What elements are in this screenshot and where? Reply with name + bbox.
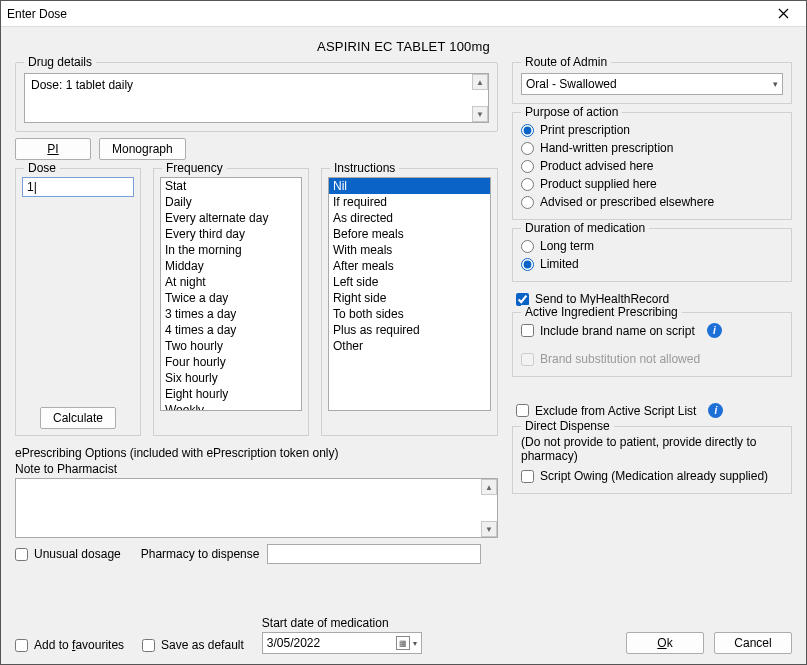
list-item[interactable]: Every alternate day (161, 210, 301, 226)
save-default-checkbox[interactable]: Save as default (142, 636, 244, 654)
purpose-group: Purpose of action Print prescription Han… (512, 112, 792, 220)
list-item[interactable]: As directed (329, 210, 490, 226)
direct-dispense-group: Direct Dispense (Do not provide to patie… (512, 426, 792, 494)
note-textarea[interactable]: ▲ ▼ (15, 478, 498, 538)
list-item[interactable]: At night (161, 274, 301, 290)
close-button[interactable] (766, 1, 800, 27)
list-item[interactable]: In the morning (161, 242, 301, 258)
start-date-picker[interactable]: 3/05/2022 ▦ ▾ (262, 632, 422, 654)
scroll-down-icon[interactable]: ▼ (472, 106, 488, 122)
list-item[interactable]: Left side (329, 274, 490, 290)
calendar-icon: ▦ (396, 636, 410, 650)
script-owing-checkbox[interactable]: Script Owing (Medication already supplie… (521, 467, 783, 485)
dose-group: Dose Calculate (15, 168, 141, 436)
cancel-button[interactable]: Cancel (714, 632, 792, 654)
list-item[interactable]: Weekly (161, 402, 301, 411)
list-item[interactable]: Nil (329, 178, 490, 194)
titlebar: Enter Dose (1, 1, 806, 27)
scroll-down-icon[interactable]: ▼ (481, 521, 497, 537)
list-item[interactable]: Right side (329, 290, 490, 306)
list-item[interactable]: Before meals (329, 226, 490, 242)
list-item[interactable]: Plus as required (329, 322, 490, 338)
instructions-listbox[interactable]: NilIf requiredAs directedBefore mealsWit… (328, 177, 491, 411)
list-item[interactable]: Midday (161, 258, 301, 274)
list-item[interactable]: 3 times a day (161, 306, 301, 322)
exclude-asl-checkbox[interactable]: Exclude from Active Script List i (516, 401, 792, 420)
start-date-label: Start date of medication (262, 616, 422, 630)
eprescribing-heading: ePrescribing Options (included with ePre… (15, 446, 498, 460)
instructions-group: Instructions NilIf requiredAs directedBe… (321, 168, 498, 436)
chevron-down-icon: ▾ (413, 639, 417, 648)
list-item[interactable]: With meals (329, 242, 490, 258)
chevron-down-icon: ▾ (773, 79, 778, 89)
pharmacy-label: Pharmacy to dispense (141, 547, 260, 561)
list-item[interactable]: Twice a day (161, 290, 301, 306)
list-item[interactable]: Daily (161, 194, 301, 210)
purpose-print-radio[interactable]: Print prescription (521, 121, 783, 139)
calculate-button[interactable]: Calculate (40, 407, 116, 429)
monograph-button[interactable]: Monograph (99, 138, 186, 160)
list-item[interactable]: Four hourly (161, 354, 301, 370)
brand-sub-checkbox: Brand substitution not allowed (521, 350, 783, 368)
list-item[interactable]: Two hourly (161, 338, 301, 354)
purpose-advised-radio[interactable]: Product advised here (521, 157, 783, 175)
list-item[interactable]: Other (329, 338, 490, 354)
unusual-dosage-checkbox[interactable]: Unusual dosage (15, 545, 121, 563)
route-group: Route of Admin Oral - Swallowed ▾ (512, 62, 792, 104)
list-item[interactable]: Eight hourly (161, 386, 301, 402)
list-item[interactable]: Stat (161, 178, 301, 194)
frequency-listbox[interactable]: StatDailyEvery alternate dayEvery third … (160, 177, 302, 411)
window-title: Enter Dose (7, 7, 67, 21)
list-item[interactable]: 4 times a day (161, 322, 301, 338)
add-favourites-checkbox[interactable]: Add to favourites (15, 636, 124, 654)
purpose-supplied-radio[interactable]: Product supplied here (521, 175, 783, 193)
close-icon (778, 8, 789, 19)
duration-group: Duration of medication Long term Limited (512, 228, 792, 282)
duration-long-radio[interactable]: Long term (521, 237, 783, 255)
dose-input[interactable] (22, 177, 134, 197)
list-item[interactable]: Six hourly (161, 370, 301, 386)
route-combo[interactable]: Oral - Swallowed ▾ (521, 73, 783, 95)
list-item[interactable]: After meals (329, 258, 490, 274)
frequency-group: Frequency StatDailyEvery alternate dayEv… (153, 168, 309, 436)
purpose-hand-radio[interactable]: Hand-written prescription (521, 139, 783, 157)
scroll-up-icon[interactable]: ▲ (472, 74, 488, 90)
drug-details-legend: Drug details (24, 55, 96, 69)
list-item[interactable]: If required (329, 194, 490, 210)
pi-button[interactable]: PI (15, 138, 91, 160)
note-label: Note to Pharmacist (15, 462, 498, 476)
purpose-elsewhere-radio[interactable]: Advised or prescribed elsewhere (521, 193, 783, 211)
duration-limited-radio[interactable]: Limited (521, 255, 783, 273)
pharmacy-input[interactable] (267, 544, 481, 564)
list-item[interactable]: To both sides (329, 306, 490, 322)
drug-name: ASPIRIN EC TABLET 100mg (15, 35, 792, 62)
ok-button[interactable]: Ok (626, 632, 704, 654)
info-icon[interactable]: i (708, 403, 723, 418)
drug-details-group: Drug details Dose: 1 tablet daily ▲ ▼ (15, 62, 498, 132)
aip-group: Active Ingredient Prescribing Include br… (512, 312, 792, 377)
drug-details-text: Dose: 1 tablet daily ▲ ▼ (24, 73, 489, 123)
list-item[interactable]: Every third day (161, 226, 301, 242)
include-brand-checkbox[interactable]: Include brand name on script i (521, 321, 783, 340)
info-icon[interactable]: i (707, 323, 722, 338)
scroll-up-icon[interactable]: ▲ (481, 479, 497, 495)
